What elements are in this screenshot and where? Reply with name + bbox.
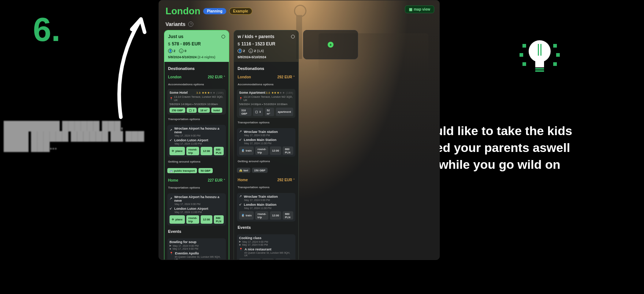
transport-in-name: London Luton Airport: [174, 138, 208, 142]
transport-card[interactable]: ↗Wroclaw Airport ha hosszu a neve May 17…: [167, 125, 226, 157]
svg-rect-11: [540, 44, 541, 56]
kids-count: 0: [185, 49, 186, 53]
chip-cost: 680 PLN: [283, 211, 293, 220]
variant-title: Just us: [168, 34, 183, 39]
transport-card[interactable]: ↗Wroclaw Airport ha hosszu a neve May 17…: [167, 193, 226, 226]
chip-area: 52 m²: [265, 108, 274, 116]
transport-out-time: May 17, 2024 9:00 PM: [244, 134, 293, 137]
destination-name: Home: [168, 178, 178, 182]
stop-icon: ■: [239, 243, 241, 246]
chip-time: 12:00: [201, 147, 212, 155]
transport-card[interactable]: ↗Wroclaw Train station May 17, 2024 9:00…: [237, 193, 295, 222]
transport-in-name: London Luton Airport: [174, 207, 208, 211]
pin-icon: 📍: [239, 97, 242, 100]
svg-rect-9: [535, 70, 544, 72]
bus-icon: 🚌: [170, 169, 173, 172]
svg-rect-10: [538, 44, 539, 56]
transport-out-name: Wroclaw Airport ha hosszu a neve: [174, 195, 224, 202]
map-view-button[interactable]: ▦ map view: [405, 5, 434, 13]
kids-icon: ☺: [249, 49, 253, 53]
accommodations-label: Accommodations options: [168, 83, 225, 86]
transport-card[interactable]: ↗Wroclaw Train station May 17, 2024 9:00…: [237, 128, 295, 157]
chip-cost: 680 PLN: [214, 215, 224, 224]
destination-name: London: [238, 75, 251, 79]
variants-label: Variants: [165, 21, 185, 27]
chip-around-cost: 150 GBP: [252, 168, 268, 173]
around-label: Getting around options: [168, 160, 225, 163]
event-address: 45 Queen Caroline St, London W6 9QH, UK: [175, 256, 224, 260]
transport-in-time: May 17, 2024 11:00 PM: [244, 207, 293, 209]
variant-card-kids-parents[interactable]: w / kids + parents $1116 - 1523 EUR 👤2 ☺…: [234, 30, 299, 260]
destination-row[interactable]: London 292 EUR ˄: [237, 74, 295, 80]
chip-event-cost: 150 PLN: [275, 258, 291, 260]
event-time: May 17, 2024 9:00 PM: [172, 248, 198, 250]
arrive-icon: ↙: [239, 202, 242, 206]
transport-label: Transportation options: [168, 118, 225, 121]
chip-type: apartment: [276, 108, 293, 116]
around-chips[interactable]: 🚌public transport 50 GBP: [167, 168, 226, 173]
destination-row[interactable]: London 292 EUR ˄: [167, 74, 226, 80]
hotel-card[interactable]: Some Hotel 3.6 ★★★★★ (189) 📍13-14 Craven…: [167, 89, 226, 115]
transport-out-name: Wroclaw Train station: [244, 195, 278, 198]
destination-name: London: [168, 75, 182, 79]
destination-row[interactable]: Home 292 EUR ˄: [237, 177, 295, 183]
transport-out-time: May 17, 2024 9:00 PM: [175, 134, 224, 137]
education-icon: 🎓: [241, 260, 245, 260]
hotel-dates: 5/8/2024 14:00pm • 5/10/2024 10:00am: [170, 103, 224, 106]
adults-icon: 👤: [168, 49, 172, 53]
variant-radio-icon[interactable]: [291, 35, 295, 38]
map-icon: ▦: [409, 7, 412, 11]
variant-dates: 5/8/2024-5/10/2024: [238, 55, 295, 59]
plane-icon: ✈: [172, 149, 174, 153]
add-variant-card[interactable]: +: [303, 30, 358, 59]
map-view-label: map view: [414, 7, 430, 11]
chip-mode: ✈plane: [170, 215, 185, 224]
arrow-left-swoosh: [110, 11, 154, 121]
svg-rect-8: [535, 68, 544, 70]
hotel-dates: 5/8/2024 14:00pm • 5/10/2024 10:00am: [239, 103, 293, 106]
hotel-card[interactable]: Some Apartment 3.6 ★★★★★ (189) 📍13-14 Cr…: [237, 89, 295, 118]
play-icon: ▶: [170, 244, 171, 247]
event-address: 45 Queen Caroline St, London W6 9QH, UK: [244, 252, 293, 257]
adults-count: 2: [243, 49, 245, 53]
svg-rect-4: [556, 53, 560, 57]
variant-card-just-us[interactable]: Just us $578 - 895 EUR 👤2 ☺0 5/8/2024-5/…: [164, 30, 229, 260]
chip-around-mode: 🚖taxi: [237, 168, 250, 173]
destinations-title: Destionations: [168, 66, 225, 71]
transport-in-name: London Main Station: [244, 203, 276, 206]
chip-mode: 🚆train: [239, 211, 254, 220]
chip-trip: round-trip: [186, 147, 200, 155]
chip-cost: 680 PLN: [283, 146, 293, 155]
chip-mode: ✈plane: [170, 147, 185, 155]
trip-title: London: [165, 5, 200, 17]
event-venue: Eventim Apollo: [175, 252, 199, 255]
variant-radio-icon[interactable]: [222, 35, 225, 38]
transport-out-time: May 17, 2024 9:00 PM: [244, 199, 293, 201]
arrive-icon: ↙: [239, 138, 242, 141]
door-icon: ▢: [189, 109, 192, 112]
variant-nights: (2-4 nights): [198, 55, 216, 59]
lightbulb-icon: [520, 33, 560, 77]
transport-in-name: London Main Station: [244, 138, 276, 142]
event-card[interactable]: Cooking class ▶May 17, 2024 9:00 PM ■May…: [237, 234, 295, 260]
transport-out-name: Wroclaw Train station: [244, 130, 278, 134]
hotel-address: 13-14 Craven Terrace, London W2 3QD, UK: [174, 95, 224, 102]
destination-price: 292 EUR: [277, 75, 292, 79]
destination-row[interactable]: Home 227 EUR ˄: [167, 178, 226, 183]
info-icon[interactable]: ?: [188, 22, 193, 27]
star-rating: 3.6 ★★★★★ (189): [196, 91, 224, 94]
status-pill: Planning: [203, 8, 226, 14]
around-chips[interactable]: 🚖taxi 150 GBP: [237, 168, 295, 173]
destination-name: Home: [238, 178, 248, 182]
transport-label: Transportation options: [168, 186, 225, 189]
transport-out-time: May 17, 2024 9:00 PM: [175, 203, 224, 205]
event-venue: A nice restaurant: [245, 248, 271, 251]
variant-price: 1116 - 1523 EUR: [241, 41, 275, 46]
depart-icon: ↗: [239, 194, 242, 198]
chip-price: 310 GBP: [239, 108, 252, 116]
events-title: Events: [168, 229, 225, 234]
variant-dates: 5/8/2024-5/10/2024: [168, 55, 197, 59]
pin-icon: 📍: [170, 252, 173, 255]
event-card[interactable]: Bowling for soup ▶May 17, 2024 9:00 PM ■…: [167, 238, 226, 260]
hotel-chips: 250 GBP ▢2 18 m² hotel: [170, 108, 224, 113]
